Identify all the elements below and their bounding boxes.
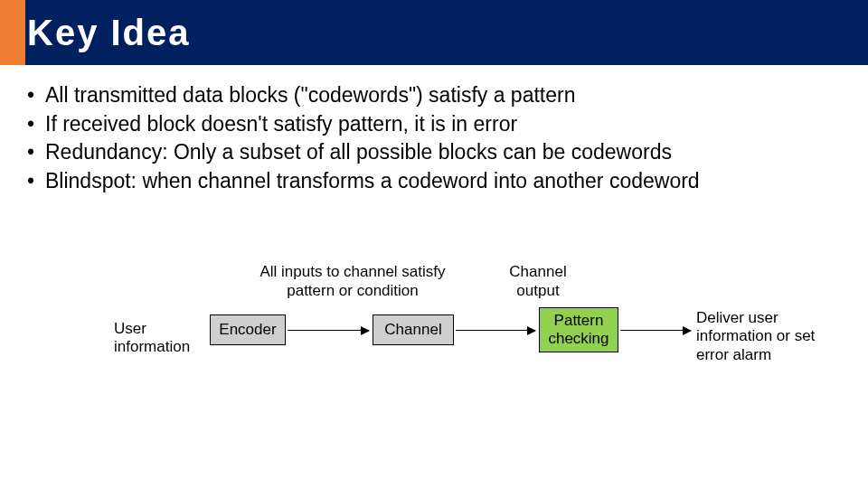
arrow-icon bbox=[288, 330, 369, 331]
user-information-label: User information bbox=[114, 320, 200, 357]
flow-diagram: All inputs to channel satisfy pattern or… bbox=[0, 262, 868, 461]
pattern-checking-box: Pattern checking bbox=[539, 307, 618, 352]
bullet-list: All transmitted data blocks ("codewords"… bbox=[25, 81, 843, 196]
caption-inputs: All inputs to channel satisfy pattern or… bbox=[244, 262, 461, 301]
bullet-item: Redundancy: Only a subset of all possibl… bbox=[25, 138, 843, 167]
channel-label: Channel bbox=[384, 321, 441, 339]
caption-output: Channel output bbox=[497, 262, 579, 301]
encoder-box: Encoder bbox=[210, 314, 286, 345]
bullet-item: If received block doesn't satisfy patter… bbox=[25, 110, 843, 139]
pattern-label: Pattern checking bbox=[540, 312, 618, 349]
arrow-icon bbox=[620, 330, 691, 331]
channel-box: Channel bbox=[373, 314, 454, 345]
encoder-label: Encoder bbox=[219, 321, 276, 339]
title-accent bbox=[0, 0, 25, 65]
bullet-item: Blindspot: when channel transforms a cod… bbox=[25, 167, 843, 196]
title-bar: Key Idea bbox=[0, 0, 868, 65]
content-area: All transmitted data blocks ("codewords"… bbox=[0, 65, 868, 196]
bullet-item: All transmitted data blocks ("codewords"… bbox=[25, 81, 843, 110]
arrow-icon bbox=[456, 330, 535, 331]
slide-title: Key Idea bbox=[27, 13, 191, 53]
deliver-label: Deliver user information or set error al… bbox=[696, 309, 841, 364]
